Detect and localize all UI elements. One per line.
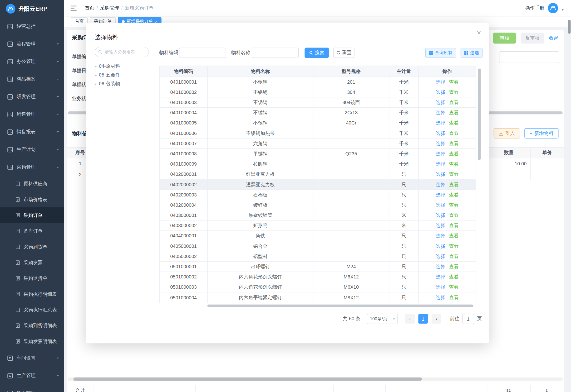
multi-select-button[interactable]: 连选 <box>461 48 483 57</box>
breadcrumb-item[interactable]: 采购管理 <box>100 5 123 11</box>
view-link[interactable]: 查看 <box>449 233 458 239</box>
select-link[interactable]: 选择 <box>436 150 445 157</box>
select-link[interactable]: 选择 <box>436 130 445 137</box>
view-link[interactable]: 查看 <box>449 284 458 291</box>
material-row[interactable]: 0402000004 镀锌板 只 选择 查看 <box>160 200 476 210</box>
menu-fold-icon[interactable] <box>70 5 77 11</box>
tab[interactable]: 首页 <box>71 17 88 26</box>
sidebar-subitem[interactable]: 采购到货明细表 <box>0 318 64 333</box>
sidebar-subitem[interactable]: 备库订单 <box>0 223 64 239</box>
material-row[interactable]: 0405000002 铝型材 只 选择 查看 <box>160 251 476 262</box>
breadcrumb-item[interactable]: 新增采购订单 <box>125 5 153 11</box>
sidebar-item[interactable]: 办公管理 ▾ <box>0 53 64 70</box>
select-link[interactable]: 选择 <box>436 79 445 85</box>
material-row[interactable]: 0402000003 石棉板 只 选择 查看 <box>160 190 476 200</box>
sidebar-item[interactable]: 生产管理 ▾ <box>0 367 64 384</box>
current-page-button[interactable]: 1 <box>418 314 428 323</box>
sidebar-item[interactable]: 经营总控 <box>0 18 64 35</box>
column-header[interactable]: 主计量 <box>390 66 419 77</box>
audit-button[interactable]: 审核 <box>493 33 516 43</box>
reset-button[interactable]: 重置 <box>333 48 355 58</box>
material-row[interactable]: 0501000003 内六角花形沉头螺钉 M6X10 只 选择 查看 <box>160 282 476 293</box>
select-link[interactable]: 选择 <box>436 273 445 280</box>
view-link[interactable]: 查看 <box>449 222 458 229</box>
horizontal-scrollbar[interactable] <box>207 305 473 307</box>
sidebar-item[interactable]: 销售管理 ▾ <box>0 105 64 123</box>
view-link[interactable]: 查看 <box>449 273 458 280</box>
material-row[interactable]: 0401000001 不锈钢 201 千米 选择 查看 <box>160 77 476 87</box>
select-link[interactable]: 选择 <box>436 222 445 229</box>
unaudit-button[interactable]: 反审核 <box>521 33 544 43</box>
header-field-input[interactable] <box>499 51 559 63</box>
view-link[interactable]: 查看 <box>449 263 458 270</box>
tree-node[interactable]: 05-五金件 <box>95 71 157 80</box>
query-all-button[interactable]: 查询所有 <box>425 48 456 57</box>
view-link[interactable]: 查看 <box>449 79 458 85</box>
column-header[interactable]: 单价 <box>531 148 564 158</box>
close-icon[interactable] <box>477 28 481 37</box>
sidebar-item[interactable]: 采购管理 ▴ <box>0 158 64 176</box>
column-header[interactable]: 物料名称 <box>208 66 313 77</box>
import-button[interactable]: 引入 <box>494 128 520 139</box>
select-link[interactable]: 选择 <box>436 263 445 270</box>
manual-link[interactable]: 操作手册 <box>525 5 544 11</box>
select-link[interactable]: 选择 <box>436 233 445 239</box>
view-link[interactable]: 查看 <box>449 253 458 260</box>
column-header[interactable]: 数量 <box>487 148 531 158</box>
material-row[interactable]: 0401000006 不锈钢加热带 千米 选择 查看 <box>160 128 476 139</box>
select-link[interactable]: 选择 <box>436 120 445 126</box>
select-link[interactable]: 选择 <box>436 109 445 116</box>
sidebar-item[interactable]: 钣金车间 ▾ <box>0 384 64 392</box>
horizontal-scrollbar[interactable] <box>68 378 563 381</box>
sidebar-subitem[interactable]: 采购执行汇总表 <box>0 302 64 318</box>
material-row[interactable]: 0401000002 不锈钢 304 千米 选择 查看 <box>160 87 476 98</box>
select-link[interactable]: 选择 <box>436 253 445 260</box>
material-row[interactable]: 0401000004 不锈钢 2Cr13 千米 选择 查看 <box>160 108 476 118</box>
goto-page-input[interactable] <box>462 314 474 324</box>
material-row[interactable]: 0403000001 厚壁镀锌管 米 选择 查看 <box>160 210 476 221</box>
view-link[interactable]: 查看 <box>449 181 458 188</box>
breadcrumb-item[interactable]: 首页 <box>85 5 98 11</box>
material-row[interactable]: 0402000002 透黑亚克力板 只 选择 查看 <box>160 180 476 190</box>
collapse-link[interactable]: 收起 <box>549 35 558 42</box>
sidebar-subitem[interactable]: 采购到货单 <box>0 239 64 255</box>
sidebar-item[interactable]: 车间设置 ▾ <box>0 349 64 367</box>
select-link[interactable]: 选择 <box>436 161 445 167</box>
view-link[interactable]: 查看 <box>449 192 458 198</box>
sidebar-subitem[interactable]: 采购发票 <box>0 255 64 270</box>
view-link[interactable]: 查看 <box>449 120 458 126</box>
sidebar-subitem[interactable]: 采购订单 <box>0 207 64 223</box>
sidebar-item[interactable]: 流程管理 ▾ <box>0 35 64 53</box>
sidebar-item[interactable]: 生产计划 ▾ <box>0 141 64 158</box>
sidebar-subitem[interactable]: 采购发票明细表 <box>0 334 64 349</box>
view-link[interactable]: 查看 <box>449 109 458 116</box>
material-row[interactable]: 0501000002 内六角花形沉头螺钉 M6X12 只 选择 查看 <box>160 272 476 282</box>
material-row[interactable]: 0501000004 内六角平端紧定螺钉 M8X12 只 选择 查看 <box>160 293 476 303</box>
column-header[interactable]: 操作 <box>419 66 476 77</box>
view-link[interactable]: 查看 <box>449 130 458 137</box>
material-row[interactable]: 0501000001 吊环螺钉 M24 只 选择 查看 <box>160 262 476 272</box>
view-link[interactable]: 查看 <box>449 243 458 250</box>
select-link[interactable]: 选择 <box>436 181 445 188</box>
page-scrollbar[interactable] <box>568 20 571 34</box>
material-row[interactable]: 0401000008 平键钢 Q235 千米 选择 查看 <box>160 149 476 159</box>
scrollbar-thumb[interactable] <box>478 69 481 160</box>
tree-node[interactable]: 04-原材料 <box>95 62 157 71</box>
tree-node[interactable]: 06-包装物 <box>95 80 157 88</box>
search-button[interactable]: 搜索 <box>304 48 329 58</box>
view-link[interactable]: 查看 <box>449 171 458 178</box>
material-row[interactable]: 0401000005 不锈钢 40Cr 千米 选择 查看 <box>160 118 476 128</box>
select-link[interactable]: 选择 <box>436 284 445 291</box>
sidebar-subitem[interactable]: 原料供应商 <box>0 176 64 192</box>
select-link[interactable]: 选择 <box>436 202 445 208</box>
chevron-down-icon[interactable] <box>562 8 564 12</box>
material-row[interactable]: 0401000003 不锈钢 304镜面 千米 选择 查看 <box>160 98 476 108</box>
select-link[interactable]: 选择 <box>436 99 445 106</box>
add-material-button[interactable]: 新增物料 <box>524 128 559 139</box>
material-row[interactable]: 0401000009 拉圆钢 千米 选择 查看 <box>160 159 476 169</box>
select-link[interactable]: 选择 <box>436 192 445 198</box>
view-link[interactable]: 查看 <box>449 89 458 96</box>
material-row[interactable]: 0401000007 六角钢 千米 选择 查看 <box>160 139 476 149</box>
view-link[interactable]: 查看 <box>449 212 458 219</box>
sidebar-subitem[interactable]: 采购退货单 <box>0 270 64 286</box>
